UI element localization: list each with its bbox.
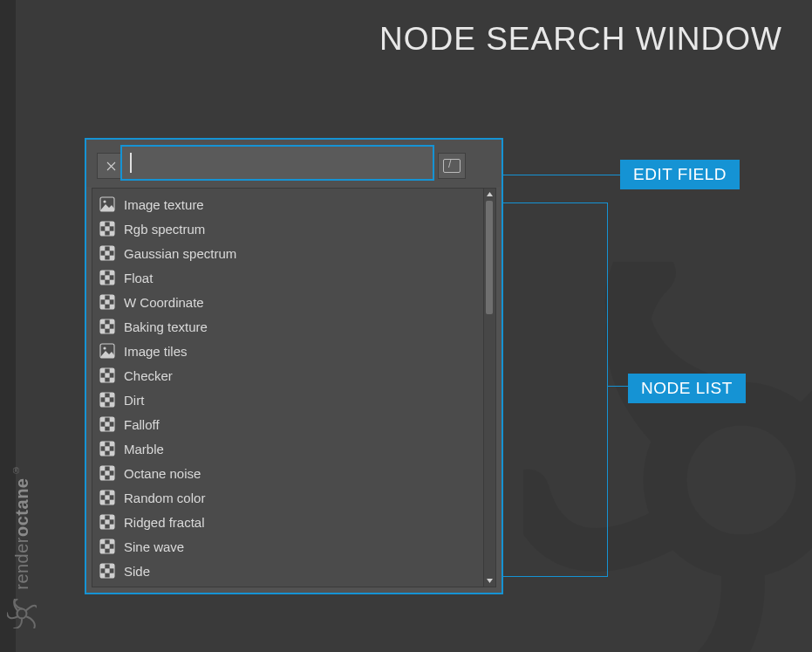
checker-icon <box>99 270 115 285</box>
list-item-label: Gaussian spectrum <box>124 246 236 261</box>
list-item[interactable]: Image tiles <box>96 339 483 363</box>
callout-connector-edit <box>503 175 621 175</box>
node-list[interactable]: Image textureRgb spectrumGaussian spectr… <box>92 189 483 587</box>
checker-icon <box>99 367 115 383</box>
node-list-area: Image textureRgb spectrumGaussian spectr… <box>92 188 496 587</box>
list-item-label: Image texture <box>124 197 204 212</box>
list-item-label: W Coordinate <box>124 295 204 310</box>
node-search-panel-body: Image textureRgb spectrumGaussian spectr… <box>86 140 502 593</box>
list-item[interactable]: Random color <box>96 485 483 510</box>
list-item-label: Octane noise <box>124 466 201 481</box>
brand-registered-mark: ® <box>11 466 21 477</box>
list-item[interactable]: Image texture <box>96 192 483 216</box>
checker-icon <box>99 245 115 261</box>
list-item[interactable]: Baking texture <box>96 314 483 339</box>
brand-logo: renderoctane® <box>4 332 39 628</box>
checker-icon <box>99 416 115 432</box>
checker-icon <box>99 514 115 530</box>
image-icon <box>99 196 115 212</box>
list-item-label: Float <box>124 271 153 285</box>
list-item-label: Baking texture <box>124 319 208 334</box>
list-item-label: Checker <box>124 368 173 383</box>
list-item-label: Falloff <box>124 417 160 432</box>
list-item[interactable]: Marble <box>96 436 483 461</box>
list-item[interactable]: Gaussian spectrum <box>96 241 483 265</box>
image-icon <box>99 343 115 359</box>
close-icon <box>106 161 117 172</box>
list-item[interactable]: Float <box>96 265 483 290</box>
svg-point-0 <box>665 404 813 557</box>
callout-connector-nodelist <box>503 576 607 577</box>
list-item-label: Side <box>124 564 150 579</box>
callout-connector-nodelist <box>503 202 607 203</box>
brand-word-bold: octane <box>12 478 31 537</box>
list-item-label: Rgb spectrum <box>124 222 205 237</box>
checker-icon <box>99 441 115 456</box>
checker-icon <box>99 490 115 505</box>
list-item[interactable]: Falloff <box>96 412 483 436</box>
list-item[interactable]: Octane noise <box>96 461 483 485</box>
list-item-label: Ridged fractal <box>124 515 205 530</box>
list-item[interactable]: Rgb spectrum <box>96 216 483 241</box>
background-aperture-decoration <box>523 262 812 652</box>
checker-icon <box>99 319 115 334</box>
checker-icon <box>99 539 115 554</box>
checker-icon <box>99 465 115 481</box>
aperture-icon <box>7 599 37 628</box>
brand-word-light: render <box>12 537 31 590</box>
scroll-up-arrow[interactable] <box>484 189 495 200</box>
callout-node-list: NODE LIST <box>628 374 746 403</box>
search-field-wrap[interactable] <box>120 145 434 181</box>
checker-icon <box>99 294 115 310</box>
list-item[interactable]: Side <box>96 559 483 583</box>
callout-connector-nodelist <box>607 202 608 577</box>
list-item[interactable]: Dirt <box>96 388 483 412</box>
embed-button[interactable] <box>438 153 466 179</box>
list-item-label: Image tiles <box>124 344 188 359</box>
list-item[interactable]: Ridged fractal <box>96 510 483 534</box>
list-item[interactable]: Sine wave <box>96 534 483 559</box>
checker-icon <box>99 392 115 408</box>
list-item-label: Marble <box>124 442 164 456</box>
checker-icon <box>99 563 115 579</box>
list-item-label: Dirt <box>124 393 144 408</box>
embed-icon <box>443 159 461 173</box>
svg-point-1 <box>17 609 27 619</box>
search-input[interactable] <box>122 147 433 179</box>
scroll-down-arrow[interactable] <box>484 575 495 587</box>
text-caret <box>130 153 132 173</box>
scrollbar-vertical[interactable] <box>483 189 495 587</box>
list-item[interactable]: Checker <box>96 363 483 388</box>
list-item[interactable]: W Coordinate <box>96 290 483 314</box>
callout-edit-field: EDIT FIELD <box>620 160 740 189</box>
list-item-label: Sine wave <box>124 539 184 554</box>
page-title: NODE SEARCH WINDOW <box>379 21 782 58</box>
list-item-label: Random color <box>124 491 205 505</box>
scroll-thumb[interactable] <box>486 201 493 314</box>
checker-icon <box>99 221 115 237</box>
callout-connector-nodelist <box>607 386 629 387</box>
